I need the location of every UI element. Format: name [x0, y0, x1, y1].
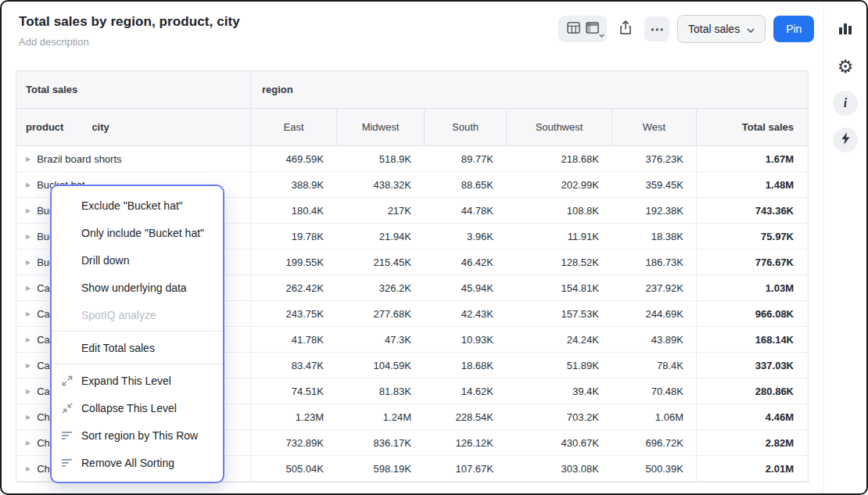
region-header[interactable]: region [250, 71, 806, 108]
cell-east[interactable]: 83.47K [250, 353, 336, 378]
row-expand-icon[interactable]: ▶ [26, 285, 30, 292]
cell-midwest[interactable]: 217K [336, 198, 424, 223]
column-header-west[interactable]: West [612, 109, 696, 145]
city-header[interactable]: city [91, 121, 109, 133]
cell-midwest[interactable]: 518.9K [336, 146, 424, 171]
cell-total-sales[interactable]: 1.48M [696, 172, 806, 197]
cell-midwest[interactable]: 81.83K [336, 378, 424, 404]
row-label-cell[interactable]: ▶ Brazil board shorts [16, 146, 250, 171]
cell-west[interactable]: 244.69K [612, 301, 696, 326]
cell-east[interactable]: 469.59K [250, 146, 336, 171]
cell-midwest[interactable]: 47.3K [336, 327, 424, 352]
column-header-south[interactable]: South [424, 109, 506, 145]
cell-southwest[interactable]: 11.91K [506, 224, 612, 249]
cell-midwest[interactable]: 326.2K [336, 275, 424, 300]
menu-item-exclude[interactable]: Exclude "Bucket hat" [52, 192, 223, 219]
table-row[interactable]: ▶ Brazil board shorts 469.59K 518.9K 89.… [16, 146, 808, 172]
cell-south[interactable]: 228.54K [424, 404, 506, 429]
row-expand-icon[interactable]: ▶ [26, 310, 30, 317]
cell-southwest[interactable]: 128.52K [506, 249, 612, 274]
row-expand-icon[interactable]: ▶ [26, 465, 30, 472]
cell-southwest[interactable]: 303.08K [506, 456, 612, 481]
cell-east[interactable]: 41.78K [250, 327, 336, 352]
cell-total-sales[interactable]: 966.08K [696, 301, 806, 326]
cell-total-sales[interactable]: 75.97K [696, 224, 806, 249]
cell-east[interactable]: 199.55K [250, 249, 336, 274]
cell-southwest[interactable]: 703.2K [506, 404, 612, 429]
view-switcher[interactable] [558, 16, 607, 42]
chart-type-button[interactable] [833, 17, 858, 42]
cell-midwest[interactable]: 1.24M [336, 404, 424, 429]
cell-south[interactable]: 88.65K [424, 172, 506, 197]
row-expand-icon[interactable]: ▶ [26, 233, 30, 240]
cell-midwest[interactable]: 438.32K [336, 172, 424, 197]
row-expand-icon[interactable]: ▶ [26, 439, 30, 447]
table-view-icon[interactable] [567, 22, 580, 37]
cell-total-sales[interactable]: 280.86K [696, 378, 806, 404]
cell-east[interactable]: 19.78K [250, 224, 336, 249]
row-expand-icon[interactable]: ▶ [26, 336, 30, 343]
cell-southwest[interactable]: 51.89K [506, 353, 612, 378]
cell-east[interactable]: 388.9K [250, 172, 336, 197]
cell-west[interactable]: 1.06M [612, 404, 696, 429]
menu-item-edit-total-sales[interactable]: Edit Total sales [52, 334, 223, 361]
cell-east[interactable]: 74.51K [250, 378, 336, 404]
cell-southwest[interactable]: 430.67K [506, 430, 612, 455]
cell-east[interactable]: 505.04K [250, 456, 336, 481]
row-expand-icon[interactable]: ▶ [26, 181, 30, 188]
row-expand-icon[interactable]: ▶ [26, 388, 30, 395]
share-button[interactable] [615, 16, 637, 42]
cell-west[interactable]: 43.89K [612, 327, 696, 352]
cell-west[interactable]: 18.38K [612, 224, 696, 249]
cell-west[interactable]: 696.72K [612, 430, 696, 455]
cell-midwest[interactable]: 21.94K [336, 224, 424, 249]
cell-west[interactable]: 500.39K [612, 456, 696, 481]
row-expand-icon[interactable]: ▶ [26, 259, 30, 266]
cell-east[interactable]: 180.4K [250, 198, 336, 223]
menu-item-remove-sorting[interactable]: Remove All Sorting [52, 449, 223, 476]
cell-total-sales[interactable]: 743.36K [696, 198, 806, 223]
cell-total-sales[interactable]: 776.67K [696, 249, 806, 274]
cell-west[interactable]: 376.23K [612, 146, 696, 171]
add-description-link[interactable]: Add description [19, 36, 240, 48]
cell-south[interactable]: 46.42K [424, 249, 506, 274]
menu-item-collapse-level[interactable]: Collapse This Level [52, 394, 223, 421]
cell-east[interactable]: 243.75K [250, 301, 336, 326]
cell-southwest[interactable]: 202.99K [506, 172, 612, 197]
menu-item-drill-down[interactable]: Drill down [52, 246, 223, 274]
cell-east[interactable]: 1.23M [250, 404, 336, 429]
cell-west[interactable]: 192.38K [612, 198, 696, 223]
cell-south[interactable]: 10.93K [424, 327, 506, 352]
cell-east[interactable]: 262.42K [250, 275, 336, 300]
cell-southwest[interactable]: 39.4K [506, 378, 612, 404]
column-header-southwest[interactable]: Southwest [506, 109, 612, 145]
cell-west[interactable]: 237.92K [612, 275, 696, 300]
cell-southwest[interactable]: 218.68K [506, 146, 612, 171]
cell-south[interactable]: 126.12K [424, 430, 506, 455]
measure-corner-header[interactable]: Total sales [16, 71, 250, 108]
cell-west[interactable]: 186.73K [612, 249, 696, 274]
cell-south[interactable]: 44.78K [424, 198, 506, 223]
cell-total-sales[interactable]: 1.03M [696, 275, 806, 300]
pivot-view-icon[interactable] [586, 22, 599, 37]
column-header-midwest[interactable]: Midwest [336, 109, 424, 145]
menu-item-show-underlying-data[interactable]: Show underlying data [52, 274, 223, 301]
row-expand-icon[interactable]: ▶ [26, 362, 30, 369]
cell-west[interactable]: 78.4K [612, 353, 696, 378]
cell-total-sales[interactable]: 1.67M [696, 146, 806, 171]
row-expand-icon[interactable]: ▶ [26, 156, 30, 163]
spotiq-button[interactable] [833, 127, 858, 152]
cell-midwest[interactable]: 277.68K [336, 301, 424, 326]
measure-dropdown[interactable]: Total sales [677, 15, 766, 43]
cell-south[interactable]: 107.67K [424, 456, 506, 481]
cell-west[interactable]: 359.45K [612, 172, 696, 197]
cell-southwest[interactable]: 108.8K [506, 198, 612, 223]
row-expand-icon[interactable]: ▶ [26, 414, 30, 421]
cell-midwest[interactable]: 104.59K [336, 353, 424, 378]
settings-button[interactable]: ⚙ [833, 54, 858, 79]
menu-item-expand-level[interactable]: Expand This Level [52, 367, 223, 394]
cell-total-sales[interactable]: 4.46M [696, 404, 806, 429]
column-header-east[interactable]: East [250, 109, 336, 145]
cell-southwest[interactable]: 157.53K [506, 301, 612, 326]
cell-east[interactable]: 732.89K [250, 430, 336, 455]
